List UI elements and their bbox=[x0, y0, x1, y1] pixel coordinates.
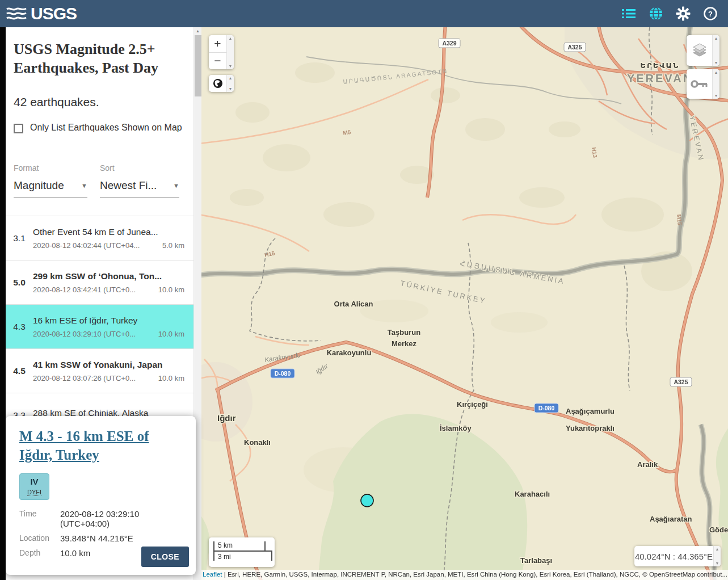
scroll-down-icon[interactable]: ▼ bbox=[716, 561, 719, 565]
event-time: 2020-08-12 03:42:41 (UTC+0... bbox=[33, 285, 136, 294]
chevron-down-icon: ▼ bbox=[173, 182, 179, 189]
svg-text:H13: H13 bbox=[591, 147, 599, 158]
world-extent-control[interactable]: ▲ ▼ bbox=[209, 75, 234, 92]
dyfi-intensity-badge[interactable]: IV DYFI bbox=[19, 473, 49, 500]
scroll-up-icon[interactable]: ▲ bbox=[229, 76, 233, 80]
scroll-up-icon[interactable]: ▲ bbox=[229, 36, 233, 40]
urban-areas bbox=[201, 27, 728, 442]
attribution-text: | Esri, HERE, Garmin, USGS, Intermap, IN… bbox=[222, 571, 727, 578]
basemap: ԱՐԱԳԱԾՈՏՆ ARAGATSOTN ԵՐԵՎԱՆ YEREVAN YERE… bbox=[201, 27, 728, 580]
event-depth: 5.0 km bbox=[162, 241, 184, 250]
svg-text:İslamköy: İslamköy bbox=[440, 424, 472, 432]
close-button[interactable]: CLOSE bbox=[141, 547, 189, 567]
event-time: 2020-08-12 04:02:44 (UTC+04... bbox=[33, 241, 140, 250]
usgs-logo-text: USGS bbox=[31, 4, 77, 23]
scroll-up-icon[interactable]: ▲ bbox=[194, 27, 201, 35]
chevron-down-icon: ▼ bbox=[81, 182, 87, 189]
map-canvas[interactable]: ԱՐԱԳԱԾՈՏՆ ARAGATSOTN ԵՐԵՎԱՆ YEREVAN YERE… bbox=[201, 27, 728, 580]
magnitude: 4.3 bbox=[6, 322, 33, 332]
zoom-out-button[interactable]: − bbox=[209, 53, 226, 70]
leaflet-link[interactable]: Leaflet bbox=[203, 571, 222, 578]
svg-text:Karahacılı: Karahacılı bbox=[515, 490, 550, 498]
event-depth: 10.0 km bbox=[158, 285, 184, 294]
svg-text:Konaklı: Konaklı bbox=[244, 438, 271, 447]
gear-icon[interactable] bbox=[676, 6, 691, 21]
list-item[interactable]: 5.0 299 km SSW of ‘Ohonua, Ton... 2020-0… bbox=[6, 260, 193, 304]
svg-text:ԵՐԵՎԱՆ: ԵՐԵՎԱՆ bbox=[641, 61, 680, 70]
event-time: 2020-08-12 03:29:10 (UTC+0... bbox=[33, 330, 136, 338]
dyfi-label: DYFI bbox=[27, 489, 41, 496]
depth-label: Depth bbox=[19, 548, 60, 558]
location-label: Location bbox=[19, 533, 60, 543]
scroll-down-icon[interactable]: ▼ bbox=[714, 61, 718, 65]
magnitude: 3.1 bbox=[6, 233, 33, 243]
page-title: USGS Magnitude 2.5+ Earthquakes, Past Da… bbox=[14, 40, 186, 78]
svg-text:Kırçiçeği: Kırçiçeği bbox=[457, 400, 488, 409]
intensity-value: IV bbox=[27, 477, 41, 486]
checkbox[interactable] bbox=[14, 124, 23, 133]
key-icon[interactable] bbox=[687, 69, 712, 99]
svg-text:Merkez: Merkez bbox=[392, 339, 417, 348]
svg-text:Tarlabaşı: Tarlabaşı bbox=[520, 556, 552, 565]
layers-icon[interactable] bbox=[687, 35, 712, 66]
event-link[interactable]: M 4.3 - 16 km ESE of Iğdır, Turkey bbox=[19, 427, 182, 464]
svg-text:M15: M15 bbox=[676, 214, 683, 226]
scroll-down-icon[interactable]: ▼ bbox=[714, 94, 718, 98]
svg-text:Iğdır: Iğdır bbox=[217, 413, 236, 423]
svg-text:Aşağıçamurlu: Aşağıçamurlu bbox=[566, 407, 615, 415]
event-title: 299 km SSW of ‘Ohonua, Ton... bbox=[33, 271, 184, 281]
window-left-edge bbox=[0, 27, 6, 580]
list-item[interactable]: 4.5 41 km SSW of Yonakuni, Japan 2020-08… bbox=[6, 348, 193, 393]
svg-text:A325: A325 bbox=[567, 44, 582, 51]
svg-text:D-080: D-080 bbox=[538, 405, 555, 411]
help-icon[interactable]: ? bbox=[703, 6, 718, 21]
event-title: 41 km SSW of Yonakuni, Japan bbox=[33, 360, 184, 370]
layers-control[interactable]: ▲ ▼ bbox=[687, 35, 719, 66]
svg-text:H15: H15 bbox=[264, 250, 276, 258]
event-depth: 10.0 km bbox=[158, 374, 184, 383]
map-key-control[interactable]: ▲ ▼ bbox=[687, 69, 719, 99]
svg-text:Gödekli: Gödekli bbox=[709, 526, 728, 534]
control-scrollbar[interactable]: ▲ ▼ bbox=[712, 69, 719, 99]
sort-select[interactable]: Newest Fi... ▼ bbox=[100, 179, 179, 198]
scrollbar-thumb[interactable] bbox=[195, 35, 201, 96]
sort-value: Newest Fi... bbox=[100, 179, 157, 192]
list-item[interactable]: 3.1 Other Event 54 km E of Junea... 2020… bbox=[6, 216, 193, 260]
app-header: USGS bbox=[0, 0, 728, 27]
svg-text:Aşağıaratan: Aşağıaratan bbox=[650, 515, 692, 523]
svg-text:A325: A325 bbox=[674, 379, 688, 385]
zoom-in-button[interactable]: + bbox=[209, 35, 226, 53]
control-scrollbar[interactable]: ▲ ▼ bbox=[226, 75, 234, 92]
svg-text:Aralık: Aralık bbox=[637, 460, 658, 469]
control-scrollbar[interactable]: ▲ ▼ bbox=[226, 35, 234, 69]
menu-list-icon[interactable] bbox=[621, 6, 636, 21]
control-scrollbar[interactable]: ▲ ▼ bbox=[712, 35, 719, 66]
time-label: Time bbox=[19, 509, 60, 528]
globe-icon[interactable] bbox=[649, 6, 663, 21]
scroll-down-icon[interactable]: ▼ bbox=[229, 64, 233, 68]
zoom-control[interactable]: + − ▲ ▼ bbox=[209, 35, 234, 69]
earthquake-marker[interactable] bbox=[361, 494, 373, 507]
scroll-up-icon[interactable]: ▲ bbox=[716, 547, 719, 551]
control-scrollbar[interactable]: ▲ ▼ bbox=[713, 546, 721, 566]
svg-text:A329: A329 bbox=[442, 40, 456, 47]
scroll-down-icon[interactable]: ▼ bbox=[229, 87, 233, 91]
usgs-logo[interactable]: USGS bbox=[6, 4, 77, 23]
depth-value: 10.0 km bbox=[60, 548, 90, 558]
globe-extent-icon[interactable] bbox=[209, 75, 226, 92]
svg-text:TÜRKİYE TURKEY: TÜRKİYE TURKEY bbox=[399, 279, 487, 305]
scroll-up-icon[interactable]: ▲ bbox=[714, 36, 718, 40]
magnitude: 5.0 bbox=[6, 278, 33, 288]
svg-text:Orta Alican: Orta Alican bbox=[334, 300, 373, 308]
svg-text:M5: M5 bbox=[343, 129, 352, 136]
only-list-shown-checkbox-row[interactable]: Only List Earthquakes Shown on Map bbox=[14, 120, 188, 135]
format-select[interactable]: Magnitude ▼ bbox=[14, 179, 87, 198]
list-item-selected[interactable]: 4.3 16 km ESE of Iğdır, Turkey 2020-08-1… bbox=[6, 304, 193, 348]
format-label: Format bbox=[14, 163, 39, 173]
cursor-coordinates: 40.024°N : 44.365°E bbox=[634, 546, 713, 566]
svg-text:Iğdır: Iğdır bbox=[314, 362, 330, 376]
time-value: 2020-08-12 03:29:10 (UTC+04:00) bbox=[60, 509, 182, 528]
scroll-up-icon[interactable]: ▲ bbox=[714, 70, 718, 74]
event-link-line2: Iğdır, Turkey bbox=[19, 446, 182, 465]
usgs-waves-icon bbox=[6, 5, 27, 23]
